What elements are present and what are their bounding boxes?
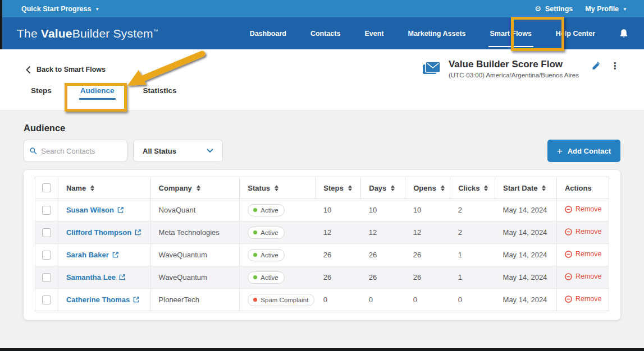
status-dot-icon [253, 253, 257, 257]
status-cell: Active [240, 199, 316, 221]
back-to-smart-flows-link[interactable]: Back to Smart Flows [26, 66, 106, 73]
row-checkbox-cell [35, 221, 58, 244]
column-header-status[interactable]: Status [240, 177, 316, 199]
kebab-menu-icon[interactable]: ⋮ [610, 62, 619, 71]
column-header-steps[interactable]: Steps [316, 177, 361, 199]
my-profile-menu[interactable]: My Profile ▼ [585, 5, 627, 13]
row-checkbox-cell [35, 289, 58, 311]
table-row: Susan Wilson NovaQuant Active 10 10 10 2… [35, 199, 609, 221]
start-date-cell: May 14, 2024 [495, 244, 557, 266]
my-profile-label: My Profile [585, 5, 619, 13]
opens-cell: 26 [405, 266, 450, 289]
column-header-days[interactable]: Days [361, 177, 405, 199]
settings-menu[interactable]: ⚙ Settings [535, 5, 573, 13]
row-checkbox[interactable] [42, 228, 51, 237]
actions-cell: Remove [556, 221, 609, 244]
sort-icon[interactable] [484, 185, 488, 191]
nav-item-dashboard[interactable]: Dashboard [250, 30, 286, 38]
sort-icon[interactable] [90, 185, 94, 191]
nav-item-contacts[interactable]: Contacts [310, 30, 340, 38]
contact-name-link[interactable]: Clifford Thompson [66, 228, 141, 237]
remove-button[interactable]: Remove [565, 228, 602, 235]
company-cell: Meta Technologies [150, 221, 240, 244]
quick-start-progress-menu[interactable]: Quick Start Progress ▼ [21, 5, 99, 13]
column-header-clicks[interactable]: Clicks [450, 177, 495, 199]
start-date-cell: May 14, 2024 [495, 266, 557, 289]
steps-cell: 12 [316, 221, 361, 244]
window-edge-bottom [0, 348, 644, 351]
column-header-opens[interactable]: Opens [405, 177, 450, 199]
nav-item-help-center[interactable]: Help Center [556, 30, 595, 38]
contact-name-link[interactable]: Catherine Thomas [66, 295, 139, 304]
sort-icon[interactable] [348, 185, 352, 191]
remove-button[interactable]: Remove [565, 205, 602, 213]
window-edge-left [0, 0, 2, 49]
audience-controls: All Status + Add Contact [24, 140, 620, 162]
steps-cell: 10 [316, 199, 361, 221]
chevron-down-icon [207, 149, 213, 153]
opens-cell: 26 [405, 244, 450, 266]
remove-button[interactable]: Remove [565, 295, 602, 303]
contact-name-link[interactable]: Samantha Lee [66, 273, 125, 281]
row-checkbox[interactable] [42, 251, 51, 260]
tab-statistics[interactable]: Statistics [143, 86, 177, 100]
sort-icon[interactable] [441, 185, 445, 191]
sort-icon[interactable] [275, 185, 278, 191]
gear-icon: ⚙ [535, 5, 541, 12]
column-header-start-date[interactable]: Start Date [495, 177, 557, 199]
start-date-cell: May 14, 2024 [495, 289, 557, 311]
select-all-checkbox[interactable] [42, 183, 51, 192]
name-cell: Sarah Baker [58, 244, 150, 266]
nav-item-smart-flows[interactable]: Smart Flows [490, 30, 532, 38]
tab-audience[interactable]: Audience [80, 86, 115, 100]
remove-circle-icon [565, 206, 572, 213]
search-icon [30, 147, 36, 155]
actions-cell: Remove [556, 266, 609, 289]
start-date-cell: May 14, 2024 [495, 199, 557, 221]
edit-flow-button[interactable] [591, 62, 600, 72]
column-header-company[interactable]: Company [150, 177, 240, 199]
audience-heading: Audience [24, 123, 620, 133]
sort-icon[interactable] [197, 185, 200, 191]
table-row: Sarah Baker WaveQuantum Active 26 26 26 … [35, 244, 609, 266]
sort-icon[interactable] [391, 185, 395, 191]
remove-circle-icon [565, 295, 572, 303]
notifications-bell-icon[interactable] [619, 29, 628, 39]
status-dot-icon [253, 230, 257, 234]
days-cell: 26 [361, 266, 405, 289]
status-badge: Spam Complaint [248, 294, 314, 306]
search-contacts-box [24, 140, 127, 162]
row-checkbox[interactable] [42, 273, 51, 282]
remove-button[interactable]: Remove [565, 250, 602, 258]
add-contact-button[interactable]: + Add Contact [547, 140, 620, 162]
audience-table-card: Name Company Status Steps Days Opens Cli… [24, 170, 620, 320]
flow-timezone: (UTC-03:00) America/Argentina/Buenos Air… [449, 72, 579, 78]
name-cell: Clifford Thompson [58, 221, 150, 244]
table-row: Catherine Thomas PioneerTech Spam Compla… [35, 289, 609, 311]
pencil-icon [591, 62, 600, 70]
nav-item-marketing-assets[interactable]: Marketing Assets [408, 30, 465, 38]
contact-name-link[interactable]: Susan Wilson [66, 206, 124, 214]
contact-name-link[interactable]: Sarah Baker [66, 251, 118, 259]
tab-steps[interactable]: Steps [31, 86, 52, 100]
content-area: Audience All Status + Add Contact Name C… [0, 123, 644, 320]
clicks-cell: 0 [450, 289, 495, 311]
row-checkbox[interactable] [42, 295, 51, 304]
column-header-name[interactable]: Name [58, 177, 150, 199]
search-contacts-input[interactable] [41, 147, 121, 155]
chevron-left-icon [26, 66, 30, 73]
app-logo[interactable]: The ValueBuilder System™ [17, 27, 158, 40]
remove-circle-icon [565, 273, 572, 280]
chevron-down-icon: ▼ [623, 7, 627, 12]
nav-item-event[interactable]: Event [364, 30, 383, 38]
email-flow-icon [423, 61, 441, 75]
name-cell: Samantha Lee [58, 266, 150, 289]
status-filter-dropdown[interactable]: All Status [133, 140, 223, 162]
status-cell: Active [240, 266, 316, 289]
sort-icon[interactable] [542, 185, 546, 191]
remove-button[interactable]: Remove [565, 273, 602, 280]
row-checkbox[interactable] [42, 206, 51, 215]
audience-table: Name Company Status Steps Days Opens Cli… [35, 177, 609, 311]
company-cell: NovaQuant [150, 199, 240, 221]
days-cell: 12 [361, 221, 405, 244]
